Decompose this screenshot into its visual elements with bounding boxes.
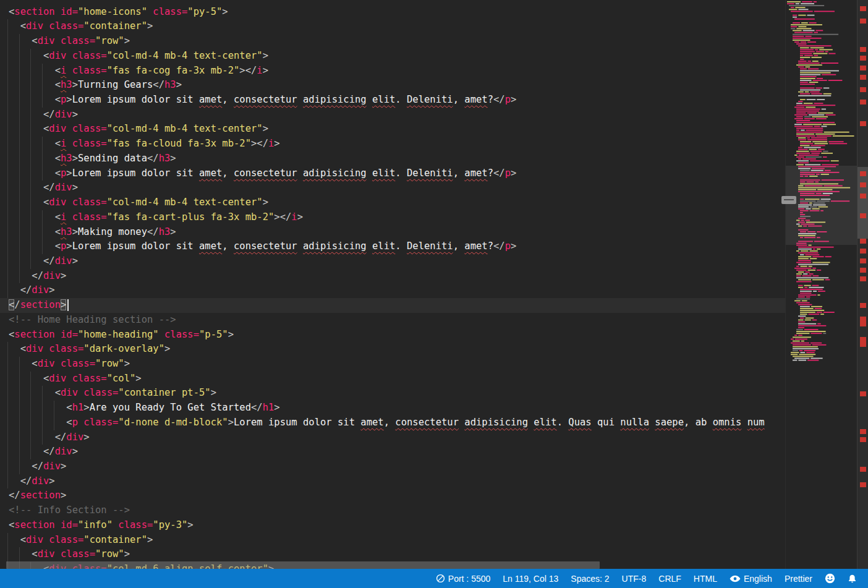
- eye-icon: [730, 575, 741, 582]
- code-line[interactable]: <p>Lorem ipsum dolor sit amet, consectet…: [0, 239, 785, 254]
- formatter-status-item[interactable]: Prettier: [778, 569, 819, 588]
- ruler-error-mark: [860, 100, 866, 104]
- language-mode-status-item[interactable]: HTML: [687, 569, 723, 588]
- smiley-icon: [825, 573, 835, 584]
- port-status-item[interactable]: Port : 5500: [430, 569, 497, 588]
- code-line[interactable]: <div class="dark-overlay">: [0, 342, 785, 357]
- code-line[interactable]: <h3>Making money</h3>: [0, 225, 785, 240]
- code-line[interactable]: <div class="row">: [0, 357, 785, 372]
- ruler-error-mark: [860, 268, 866, 273]
- ruler-error-mark: [860, 437, 866, 442]
- code-line[interactable]: <section id="home-icons" class="py-5">: [0, 5, 785, 20]
- indentation-status-item[interactable]: Spaces: 2: [564, 569, 615, 588]
- encoding-status-item[interactable]: UTF-8: [616, 569, 653, 588]
- code-line[interactable]: <div class="container">: [0, 19, 785, 34]
- ruler-error-mark: [860, 322, 866, 326]
- code-line[interactable]: </section>: [0, 488, 785, 503]
- code-editor[interactable]: <!-- Home Icons Section --><section id="…: [0, 0, 785, 569]
- code-line[interactable]: </div>: [0, 181, 785, 195]
- text-cursor: [67, 299, 69, 311]
- code-line[interactable]: <!-- Home Icons Section -->: [0, 0, 785, 5]
- code-line[interactable]: <i class="fas fa-cloud fa-3x mb-2"></i>: [0, 137, 785, 151]
- vscode-editor-window: <!-- Home Icons Section --><section id="…: [0, 0, 868, 588]
- ruler-error-mark: [860, 258, 866, 263]
- code-line[interactable]: <div class="row">: [0, 547, 785, 562]
- code-line[interactable]: </div>: [0, 445, 785, 459]
- code-line[interactable]: <p class="d-none d-md-block">Lorem ipsum…: [0, 415, 785, 430]
- ruler-error-mark: [860, 56, 866, 61]
- code-line[interactable]: </div>: [0, 269, 785, 284]
- code-line[interactable]: </div>: [0, 283, 785, 298]
- feedback-status-item[interactable]: [819, 569, 841, 588]
- status-item-label: Port : 5500: [448, 574, 491, 584]
- ruler-error-mark: [860, 213, 866, 218]
- code-line[interactable]: </div>: [0, 108, 785, 122]
- code-line[interactable]: <h3>Sending data</h3>: [0, 151, 785, 166]
- code-line[interactable]: </section>: [0, 298, 785, 313]
- code-line[interactable]: <div class="col">: [0, 372, 785, 386]
- status-item-label: HTML: [694, 574, 717, 584]
- code-line[interactable]: <!-- Info Section -->: [0, 503, 785, 518]
- ruler-error-mark: [860, 249, 866, 254]
- code-line[interactable]: <div class="container pt-5">: [0, 386, 785, 401]
- code-line[interactable]: <div class="col-md-4 mb-4 text-center">: [0, 122, 785, 137]
- minimap[interactable]: [785, 0, 857, 569]
- code-line[interactable]: <h3>Turning Gears</h3>: [0, 78, 785, 93]
- status-item-label: Spaces: 2: [571, 574, 609, 584]
- status-item-label: UTF-8: [622, 574, 647, 584]
- ruler-error-mark: [860, 429, 866, 434]
- ruler-error-mark: [860, 47, 866, 52]
- code-line[interactable]: <div class="container">: [0, 533, 785, 548]
- ruler-error-mark: [860, 121, 866, 126]
- code-line[interactable]: <p>Lorem ipsum dolor sit amet, consectet…: [0, 166, 785, 181]
- ruler-error-mark: [860, 75, 866, 80]
- status-bar: Port : 5500Ln 119, Col 13Spaces: 2UTF-8C…: [0, 569, 868, 588]
- code-line[interactable]: <section id="home-heading" class="p-5">: [0, 328, 785, 343]
- code-line[interactable]: </div>: [0, 430, 785, 445]
- code-line[interactable]: <p>Lorem ipsum dolor sit amet, consectet…: [0, 93, 785, 108]
- code-line[interactable]: <!-- Home Heading section -->: [0, 313, 785, 328]
- code-line[interactable]: <h1>Are you Ready To Get Started</h1>: [0, 401, 785, 415]
- code-line[interactable]: <div class="col-md-4 mb-4 text-center">: [0, 195, 785, 210]
- code-line[interactable]: <div class="col-md-4 mb-4 text-center">: [0, 49, 785, 64]
- status-item-label: Prettier: [785, 574, 812, 584]
- code-line[interactable]: <i class="fas fa-cart-plus fa-3x mb-2"><…: [0, 210, 785, 225]
- ruler-error-mark: [860, 337, 866, 342]
- status-item-label: English: [744, 574, 772, 584]
- spell-checker-language-status-item[interactable]: English: [723, 569, 778, 588]
- ruler-error-mark: [860, 317, 866, 322]
- ruler-error-mark: [860, 342, 866, 347]
- code-line[interactable]: </div>: [0, 459, 785, 474]
- code-line[interactable]: <div class="row">: [0, 34, 785, 49]
- ruler-error-mark: [860, 276, 866, 281]
- ruler-error-mark: [860, 194, 866, 198]
- ruler-error-mark: [860, 239, 866, 244]
- ruler-error-mark: [860, 467, 866, 472]
- code-line[interactable]: </div>: [0, 474, 785, 489]
- ruler-error-mark: [860, 482, 866, 487]
- bell-icon: [848, 574, 857, 584]
- overview-ruler[interactable]: [857, 0, 868, 569]
- ruler-error-mark: [860, 6, 866, 11]
- ruler-error-mark: [860, 171, 866, 176]
- eol-status-item[interactable]: CRLF: [652, 569, 687, 588]
- ruler-error-mark: [860, 19, 866, 23]
- minimap-drag-handle-icon[interactable]: [781, 196, 796, 204]
- horizontal-scrollbar-thumb[interactable]: [6, 561, 600, 569]
- vertical-scrollbar-thumb[interactable]: [857, 167, 868, 239]
- code-line[interactable]: </div>: [0, 254, 785, 269]
- status-item-label: CRLF: [658, 574, 681, 584]
- ruler-error-mark: [860, 391, 866, 396]
- ruler-error-mark: [860, 87, 866, 92]
- cursor-position-status-item[interactable]: Ln 119, Col 13: [496, 569, 564, 588]
- ruler-error-mark: [860, 303, 866, 308]
- minimap-slider[interactable]: [786, 166, 857, 245]
- notifications-status-item[interactable]: [841, 569, 863, 588]
- code-line[interactable]: <i class="fas fa-cog fa-3x mb-2"></i>: [0, 64, 785, 79]
- code-line[interactable]: <section id="info" class="py-3">: [0, 518, 785, 533]
- ruler-error-mark: [860, 66, 866, 70]
- status-item-label: Ln 119, Col 13: [503, 574, 558, 584]
- circle-slash-icon: [436, 574, 445, 583]
- ruler-error-mark: [860, 182, 866, 187]
